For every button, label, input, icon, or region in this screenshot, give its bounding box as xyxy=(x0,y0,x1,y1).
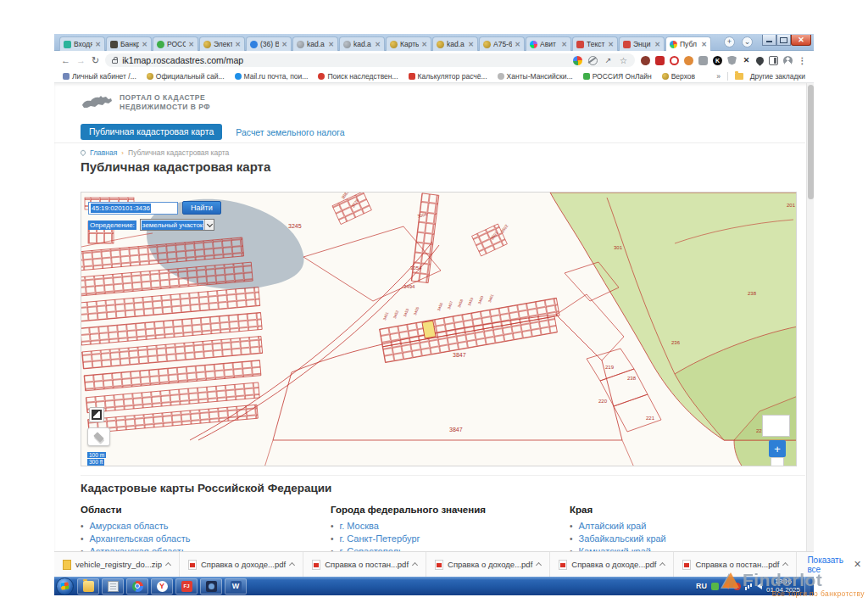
region-link[interactable]: Забайкальский край xyxy=(570,533,805,544)
extension-icon[interactable] xyxy=(698,56,708,65)
taskbar-app-button[interactable] xyxy=(102,578,124,594)
download-menu-chevron-icon[interactable] xyxy=(536,562,542,568)
extension-icon[interactable] xyxy=(670,56,679,65)
taskbar-app-button[interactable] xyxy=(151,578,173,594)
taskbar-app-button[interactable] xyxy=(126,578,148,594)
url-text[interactable]: ik1map.roscadastres.com/map xyxy=(122,55,243,65)
tab-close-icon[interactable]: ✕ xyxy=(701,41,707,48)
zoom-slider[interactable] xyxy=(771,457,784,466)
download-menu-chevron-icon[interactable] xyxy=(412,562,418,568)
profile-avatar[interactable] xyxy=(783,56,793,65)
bookmark-item[interactable]: Личный кабинет /... xyxy=(63,72,136,81)
tab-close-icon[interactable]: ✕ xyxy=(654,41,660,48)
region-link[interactable]: г. Москва xyxy=(331,521,570,531)
cadastral-map[interactable]: 3245 3881 3779 3004 3054 3494 3691 3692 … xyxy=(81,192,797,466)
download-menu-chevron-icon[interactable] xyxy=(782,562,788,568)
scrollbar-thumb[interactable] xyxy=(808,85,814,199)
back-button[interactable]: ← xyxy=(61,55,70,65)
kaspersky-icon[interactable]: K xyxy=(713,56,722,65)
bookmark-item[interactable]: Официальный сай... xyxy=(147,72,225,81)
site-logo[interactable]: ПОРТАЛ О КАДАСТРЕ НЕДВИЖИМОСТИ В РФ xyxy=(81,93,210,113)
browser-tab[interactable]: Входя ✕ xyxy=(59,36,105,51)
bookmark-item[interactable]: Mail.ru почта, пои... xyxy=(235,72,309,81)
taskbar-app-button[interactable] xyxy=(175,578,198,594)
breadcrumb-home[interactable]: Главная xyxy=(90,148,117,157)
language-indicator[interactable]: RU xyxy=(696,582,707,590)
extension-icon[interactable] xyxy=(641,56,650,65)
tab-close-icon[interactable]: ✕ xyxy=(235,41,241,48)
tab-land-tax-calc[interactable]: Расчет земельного налога xyxy=(236,127,344,137)
maximize-button[interactable] xyxy=(776,35,791,46)
download-item[interactable]: Справка о постан...pdf xyxy=(303,552,426,577)
browser-tab[interactable]: kad.a ✕ xyxy=(432,36,478,51)
zoom-in-button[interactable]: + xyxy=(769,440,786,457)
taskbar-app-button[interactable] xyxy=(200,578,222,594)
find-button[interactable]: Найти xyxy=(182,201,221,215)
share-icon[interactable]: ↗ xyxy=(604,56,613,65)
taskbar-app-button[interactable] xyxy=(225,578,247,594)
browser-tab[interactable]: Энци ✕ xyxy=(619,36,665,51)
start-button[interactable] xyxy=(56,578,74,595)
extension-icon[interactable] xyxy=(655,56,665,65)
close-downloads-bar-icon[interactable]: ✕ xyxy=(854,559,868,570)
window-split-icon[interactable] xyxy=(769,56,778,65)
tab-public-cadastral-map[interactable]: Публичная кадастровая карта xyxy=(81,124,222,140)
address-bar[interactable]: ik1map.roscadastres.com/map ↗ ☆ xyxy=(105,53,635,67)
lock-icon[interactable] xyxy=(112,59,118,64)
chevron-down-icon[interactable] xyxy=(204,220,214,230)
tab-close-icon[interactable]: ✕ xyxy=(375,41,381,48)
bookmark-item[interactable]: Поиск наследствен... xyxy=(318,72,398,81)
extension-icon[interactable] xyxy=(684,56,693,65)
scissors-icon[interactable]: ✕ xyxy=(742,56,751,65)
minimize-button[interactable] xyxy=(762,35,776,46)
menu-dots-icon[interactable]: ⋮ xyxy=(798,56,807,65)
browser-tab[interactable]: РОСС ✕ xyxy=(153,36,198,51)
browser-tab[interactable]: kad.a ✕ xyxy=(292,36,338,51)
bookmark-item[interactable]: Калькулятор расчё... xyxy=(409,72,487,81)
tab-close-icon[interactable]: ✕ xyxy=(608,41,614,48)
browser-tab[interactable]: Публ ✕ xyxy=(665,36,711,51)
browser-tab[interactable]: kad.a ✕ xyxy=(339,36,385,51)
cadastral-search-input[interactable]: 45:19:020101:3436 xyxy=(88,202,178,215)
forward-button[interactable]: → xyxy=(76,55,86,65)
eye-off-icon[interactable] xyxy=(588,56,598,65)
browser-tab[interactable]: Элект ✕ xyxy=(199,36,245,51)
tab-close-icon[interactable]: ✕ xyxy=(281,41,287,48)
new-tab-button[interactable]: + xyxy=(724,36,735,47)
browser-tab[interactable]: Банкр ✕ xyxy=(106,36,152,51)
download-item[interactable]: Справка о доходе...pdf xyxy=(180,552,303,577)
close-window-button[interactable]: ✕ xyxy=(791,35,811,46)
page-scrollbar[interactable] xyxy=(806,83,814,551)
region-link[interactable]: Архангельская область xyxy=(81,533,331,544)
download-item[interactable]: Справка о доходе...pdf xyxy=(550,552,674,577)
region-link[interactable]: г. Санкт-Петербург xyxy=(331,533,570,544)
region-link[interactable]: Амурская область xyxy=(81,521,331,531)
antivirus-tray-icon[interactable] xyxy=(711,583,719,590)
download-menu-chevron-icon[interactable] xyxy=(659,562,665,568)
browser-tab[interactable]: Текст ✕ xyxy=(572,36,618,51)
tab-close-icon[interactable]: ✕ xyxy=(95,41,101,48)
bookmarks-overflow-chevron[interactable]: » xyxy=(716,72,721,81)
overview-map-button[interactable] xyxy=(762,415,790,437)
browser-tab[interactable]: Карты ✕ xyxy=(386,36,431,51)
taskbar-app-button[interactable] xyxy=(77,578,99,594)
map-layers-button[interactable] xyxy=(87,427,110,446)
download-item[interactable]: Справка о доходе...pdf xyxy=(426,552,550,577)
other-bookmarks-button[interactable]: Другие закладки xyxy=(750,72,805,81)
shield-icon[interactable] xyxy=(727,56,737,65)
tab-close-icon[interactable]: ✕ xyxy=(468,41,474,48)
map-extent-button[interactable] xyxy=(89,407,104,422)
tab-search-chevron-icon[interactable]: ⌄ xyxy=(742,36,753,47)
tab-close-icon[interactable]: ✕ xyxy=(421,41,427,48)
browser-tab[interactable]: (36) В ✕ xyxy=(246,36,292,51)
region-link[interactable]: Алтайский край xyxy=(570,521,805,531)
tab-close-icon[interactable]: ✕ xyxy=(188,41,194,48)
browser-tab[interactable]: Авит ✕ xyxy=(526,36,571,51)
download-item[interactable]: vehicle_registry_do...zip xyxy=(54,552,180,577)
pin-icon[interactable] xyxy=(754,55,765,66)
browser-tab[interactable]: А75-6 ✕ xyxy=(479,36,525,51)
object-type-select[interactable]: земельный участок xyxy=(140,219,215,231)
tab-close-icon[interactable]: ✕ xyxy=(561,41,567,48)
download-menu-chevron-icon[interactable] xyxy=(165,562,171,568)
tab-close-icon[interactable]: ✕ xyxy=(142,41,147,48)
